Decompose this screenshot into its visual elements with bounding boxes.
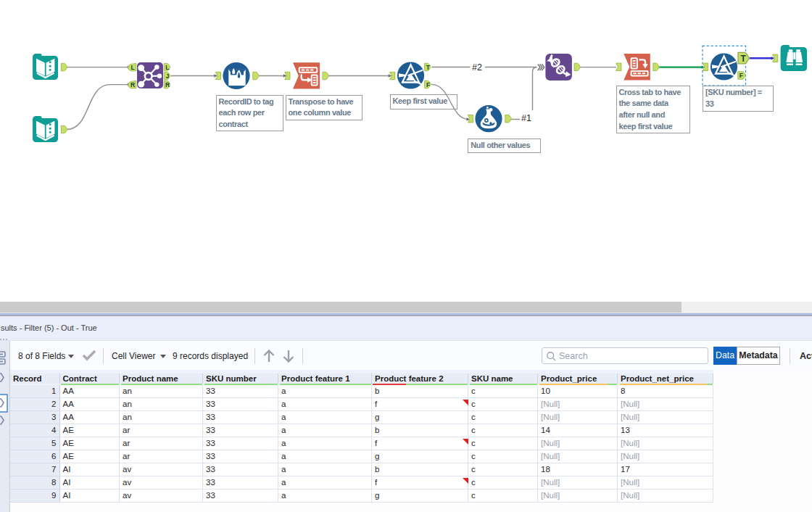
svg-text:F: F [740,72,743,79]
svg-text:J: J [166,73,170,80]
svg-text:T: T [426,64,431,71]
svg-text:L: L [165,64,169,71]
svg-text:R: R [165,81,170,88]
svg-text:#1: #1 [521,113,531,123]
svg-text:#2: #2 [472,62,482,73]
svg-text:R: R [130,81,135,88]
svg-text:F: F [426,81,430,88]
svg-text:T: T [741,54,747,64]
svg-text:L: L [131,64,135,71]
